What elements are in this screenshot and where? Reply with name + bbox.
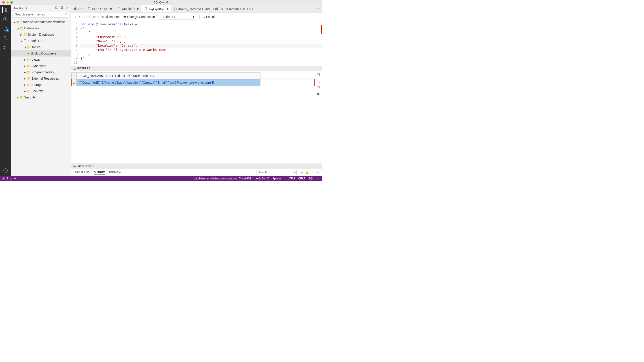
cursor-position[interactable]: Ln 6, Col 30: [255, 177, 269, 180]
dbo-customers-node[interactable]: ▶ dbo.Customers: [11, 50, 71, 56]
views-node[interactable]: ▶ 📁 Views: [11, 56, 71, 63]
svg-point-20: [24, 39, 26, 40]
system-databases-node[interactable]: ▶ 📁 System Databases: [11, 31, 71, 38]
new-group-icon[interactable]: [60, 6, 64, 9]
server-security-label: Security: [24, 96, 36, 99]
search-icon[interactable]: [2, 35, 8, 41]
errors-icon[interactable]: ⓧ: [2, 177, 5, 181]
explain-button[interactable]: ፈ Explain: [203, 15, 216, 19]
svg-point-8: [5, 170, 6, 171]
window-close-button[interactable]: [2, 1, 5, 3]
database-icon: [88, 7, 91, 10]
chart-icon[interactable]: [316, 92, 320, 95]
new-connection-icon[interactable]: [55, 6, 58, 9]
tree-icon: ፈ: [203, 15, 205, 19]
tab-json-result[interactable]: { } JSON_F52E2B61-18A1-11d1-B105-00805F4…: [171, 5, 314, 12]
database-select[interactable]: TutorialDB ▾: [158, 14, 196, 20]
save-excel-icon[interactable]: [316, 85, 320, 89]
svg-rect-29: [317, 86, 320, 88]
warnings-count[interactable]: 0: [14, 177, 16, 180]
braces-icon: { }: [174, 7, 177, 10]
db-security-node[interactable]: ▶ 📁 Security: [11, 88, 71, 94]
change-connection-button[interactable]: ⇄ Change Connection: [124, 15, 155, 19]
save-json-icon[interactable]: ⤻{}: [316, 79, 320, 83]
programmability-node[interactable]: ▶ 📁 Programmability: [11, 69, 71, 75]
output-tab[interactable]: OUTPUT: [94, 171, 105, 175]
feedback-icon[interactable]: ☺: [317, 177, 320, 180]
code-content[interactable]: declare @json nvarchar(max) = N'[ { "Cus…: [80, 22, 322, 65]
indent-status[interactable]: Spaces: 4: [272, 177, 284, 180]
messages-header[interactable]: ▶ MESSAGES: [72, 164, 322, 169]
server-search-field[interactable]: [15, 12, 65, 16]
svg-rect-16: [66, 7, 68, 9]
lock-scroll-icon[interactable]: 🔓: [306, 171, 309, 174]
save-csv-icon[interactable]: [316, 73, 320, 76]
close-panel-icon[interactable]: ✕: [316, 171, 319, 174]
errors-count[interactable]: 3: [7, 177, 8, 180]
servers-tree: ◢ tutorialserver.database.windows.... ◢ …: [11, 19, 71, 176]
tables-node[interactable]: ◢ 📁 Tables: [11, 44, 71, 50]
settings-icon[interactable]: [2, 168, 8, 174]
external-resources-node[interactable]: ▶ 📁 External Resources: [11, 75, 71, 82]
encoding-status[interactable]: UTF-8: [288, 177, 295, 180]
storage-node[interactable]: ▶ 📁 Storage: [11, 82, 71, 88]
collapse-icon: ◢: [74, 67, 76, 70]
clear-search-icon[interactable]: ×: [65, 12, 67, 16]
result-cell[interactable]: [{"CustomerID":5,"Name":"Lucy","Location…: [76, 79, 260, 86]
servers-view-icon[interactable]: [2, 7, 8, 13]
sql-editor[interactable]: 123 456 789 10 declare @json nvarchar(ma…: [72, 21, 322, 66]
output-search-input[interactable]: [258, 171, 292, 174]
source-control-icon[interactable]: [2, 44, 8, 51]
tab-rialdb[interactable]: rialDB: [72, 5, 85, 12]
tasks-history-icon[interactable]: [2, 16, 8, 22]
terminal-tab[interactable]: TERMINAL: [109, 171, 122, 175]
results-panel: JSON_F52E2B61-18A1-11d1-B105-00805F49916…: [72, 71, 322, 164]
dropdown-icon[interactable]: ▴▾: [293, 171, 296, 174]
file-icon: [118, 7, 120, 10]
query-toolbar: ▷ Run □ Cancel ⎋ Disconnect ⇄ Change Con…: [72, 12, 322, 21]
window-zoom-button[interactable]: [10, 1, 13, 3]
server-node[interactable]: ◢ tutorialserver.database.windows....: [11, 19, 71, 25]
tab-untitled3[interactable]: Untitled-3: [115, 5, 142, 12]
tab-sqlquery2[interactable]: SQLQuery2: [142, 5, 171, 12]
synonyms-node[interactable]: ▶ 📁 Synonyms: [11, 63, 71, 69]
disconnect-button[interactable]: ⎋ Disconnect: [102, 15, 120, 19]
programmability-label: Programmability: [32, 70, 54, 74]
output-search[interactable]: ▴▾: [256, 170, 297, 175]
warnings-icon[interactable]: ⚠: [10, 177, 12, 180]
results-grid: JSON_F52E2B61-18A1-11d1-B105-00805F49916…: [72, 71, 314, 164]
databases-node[interactable]: ◢ 📁 Databases: [11, 25, 71, 31]
folder-icon: 📁: [19, 96, 23, 99]
storage-label: Storage: [32, 83, 42, 87]
connection-status[interactable]: tutorialserver.database.windows.net : Tu…: [194, 177, 252, 180]
svg-point-26: [145, 7, 147, 8]
column-header[interactable]: JSON_F52E2B61-18A1-11d1-B105-00805F49916…: [76, 72, 260, 79]
tab-sqlquery1[interactable]: SQLQuery1: [85, 5, 115, 12]
folder-icon: 📁: [26, 89, 30, 93]
result-row[interactable]: 1 [{"CustomerID":5,"Name":"Lucy","Locati…: [72, 79, 314, 86]
servers-sidebar: SERVERS × ◢ tutorialserver.database.wind…: [11, 5, 72, 176]
tutorialdb-node[interactable]: ◢ TutorialDB: [11, 38, 71, 44]
folder-icon: 📁: [19, 26, 23, 30]
server-label: tutorialserver.database.windows....: [21, 20, 69, 24]
cancel-button[interactable]: □ Cancel: [86, 15, 99, 19]
activity-bar: [0, 5, 11, 176]
collapse-all-icon[interactable]: [66, 6, 69, 9]
explorer-icon[interactable]: [2, 25, 8, 32]
run-button[interactable]: ▷ Run: [74, 15, 83, 19]
results-header[interactable]: ◢ RESULTS: [72, 66, 322, 71]
eol-status[interactable]: CRLF: [298, 177, 305, 180]
customers-label: dbo.Customers: [35, 52, 56, 55]
language-status[interactable]: SQL: [308, 177, 314, 180]
problems-tab[interactable]: PROBLEMS: [74, 171, 90, 175]
window-minimize-button[interactable]: [6, 1, 9, 3]
databases-label: Databases: [24, 26, 39, 30]
clear-output-icon[interactable]: ≢: [301, 171, 303, 174]
folder-icon: 📁: [26, 45, 30, 49]
external-label: External Resources: [32, 77, 59, 80]
expand-panel-icon[interactable]: ⌃: [312, 171, 314, 174]
svg-rect-21: [31, 52, 34, 54]
server-security-node[interactable]: ▶ 📁 Security: [11, 94, 71, 100]
server-search-input[interactable]: ×: [13, 11, 69, 17]
tab-overflow-button[interactable]: ⋯: [314, 5, 322, 12]
